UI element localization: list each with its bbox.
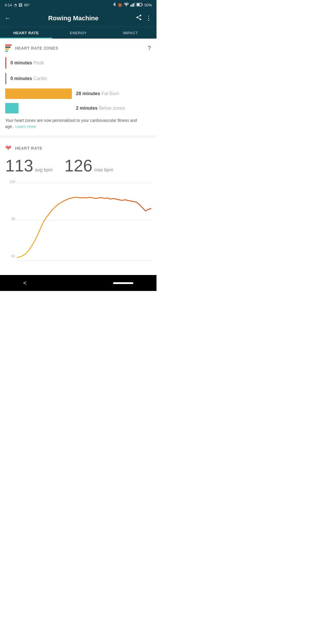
avg-bpm-stat: 113 avg bpm (5, 157, 53, 174)
zones-info-text: Your heart zones are now personalized to… (5, 117, 151, 130)
status-left: 4:14 ◔ 🖼 65° (5, 3, 30, 7)
bluetooth-icon (113, 2, 116, 8)
image-icon: 🖼 (19, 3, 22, 7)
signal-icon: ◔ (14, 3, 17, 7)
status-temp: 65° (24, 3, 30, 7)
status-right: 🔕 50% (113, 2, 152, 8)
chart-y-labels: 126 93 61 (5, 180, 17, 258)
heart-rate-stats-section: ❤ HEART RATE 113 avg bpm 126 max bpm 126… (0, 138, 156, 273)
chart-svg-area (17, 180, 151, 267)
main-content: HEART RATE ZONES ? 0 minutes Peak 0 minu… (0, 39, 156, 273)
tab-heart-rate[interactable]: HEART RATE (0, 27, 52, 39)
page-title: Rowing Machine (14, 15, 132, 22)
tab-energy[interactable]: ENERGY (52, 27, 104, 39)
max-bpm-label: max bpm (94, 167, 113, 173)
status-bar: 4:14 ◔ 🖼 65° 🔕 50% (0, 0, 156, 10)
heart-rate-chart: 126 93 61 (5, 180, 151, 267)
fatburn-label: 28 minutes Fat Burn (76, 91, 119, 96)
stacked-bars-icon (5, 44, 12, 52)
fatburn-bar (5, 88, 72, 99)
max-bpm-number: 126 (64, 157, 92, 174)
heart-rate-zones-section: HEART RATE ZONES ? 0 minutes Peak 0 minu… (0, 39, 156, 135)
learn-more-link[interactable]: Learn more (15, 124, 36, 129)
peak-bar-line (5, 57, 6, 69)
svg-rect-6 (142, 4, 143, 5)
max-bpm-stat: 126 max bpm (64, 157, 113, 174)
zones-section-title: HEART RATE ZONES (15, 46, 58, 50)
mute-icon: 🔕 (118, 3, 122, 7)
bpm-stats-row: 113 avg bpm 126 max bpm (5, 157, 151, 174)
tab-bar: HEART RATE ENERGY IMPACT (0, 26, 156, 39)
zone-row-peak: 0 minutes Peak (5, 57, 151, 69)
svg-rect-0 (130, 5, 131, 7)
signal-bars-icon (130, 3, 135, 8)
share-button[interactable] (136, 14, 142, 22)
heart-icon: ❤ (5, 144, 12, 153)
svg-rect-2 (133, 3, 134, 7)
battery-percent: 50% (144, 3, 152, 7)
nav-back-button[interactable]: < (23, 280, 27, 286)
back-button[interactable]: ← (5, 15, 11, 22)
y-label-max: 126 (5, 180, 17, 184)
zone-row-fatburn: 28 minutes Fat Burn (5, 88, 151, 99)
svg-rect-1 (132, 4, 132, 7)
wifi-icon (124, 3, 129, 8)
zones-title-row: HEART RATE ZONES (5, 44, 58, 52)
chart-svg (17, 180, 151, 267)
app-header: ← Rowing Machine ⋮ (0, 10, 156, 26)
nav-home-pill[interactable] (113, 282, 133, 284)
y-label-mid: 93 (5, 217, 17, 221)
cardio-bar-line (5, 73, 6, 84)
y-label-min: 61 (5, 254, 17, 258)
avg-bpm-number: 113 (5, 157, 33, 174)
cardio-label: 0 minutes Cardio (10, 76, 47, 81)
svg-rect-5 (137, 4, 139, 6)
zone-row-cardio: 0 minutes Cardio (5, 73, 151, 84)
status-time: 4:14 (5, 3, 12, 7)
nav-bar: < (0, 275, 156, 291)
below-label: 2 minutes Below zones (76, 106, 125, 111)
svg-rect-3 (134, 3, 135, 7)
zones-header: HEART RATE ZONES ? (5, 44, 151, 52)
battery-icon (137, 3, 143, 7)
more-button[interactable]: ⋮ (145, 15, 152, 22)
zone-row-below: 2 minutes Below zones (5, 103, 151, 113)
tab-impact[interactable]: IMPACT (104, 27, 156, 39)
hr-title-row: ❤ HEART RATE (5, 144, 151, 153)
below-bar (5, 103, 19, 113)
avg-bpm-label: avg bpm (35, 167, 53, 173)
fatburn-bar-container (5, 88, 72, 99)
below-bar-container (5, 103, 72, 113)
peak-label: 0 minutes Peak (10, 60, 44, 66)
help-button[interactable]: ? (148, 44, 151, 52)
hr-section-title: HEART RATE (15, 146, 42, 151)
